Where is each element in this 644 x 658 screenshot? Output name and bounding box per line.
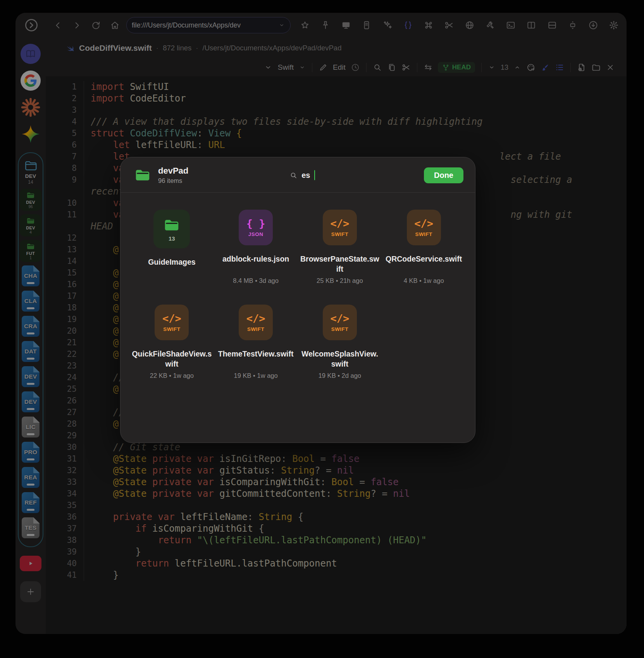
folder-item-count: 13 [169, 235, 175, 242]
file-name: WelcomeSplashView.swift [300, 349, 380, 369]
file-item[interactable]: </>SWIFTWelcomeSplashView.swift19 KB • 2… [298, 305, 382, 379]
swift-glyph-icon: </> [330, 218, 349, 229]
file-type-tag: SWIFT [163, 326, 181, 332]
file-name: GuideImages [148, 257, 195, 277]
modal-item-count: 96 items [158, 177, 188, 184]
file-name: adblock-rules.json [222, 254, 289, 274]
file-name: ThemeTestView.swift [218, 349, 294, 369]
file-name: BrowserPaneState.swift [300, 254, 380, 274]
file-meta: 8.4 MB • 3d ago [233, 277, 279, 284]
file-meta: 19 KB • 2d ago [319, 372, 361, 379]
swift-glyph-icon: </> [414, 218, 433, 229]
folder-icon [163, 216, 181, 234]
swift-glyph-icon: </> [246, 313, 265, 324]
file-name: QRCodeService.swift [386, 254, 462, 274]
file-browser-modal: devPad 96 items es Done 13GuideImages{ }… [120, 157, 475, 443]
swift-file-tile: </>SWIFT [323, 210, 357, 245]
modal-header: devPad 96 items es Done [121, 157, 475, 193]
file-meta: 19 KB • 1w ago [234, 372, 278, 379]
folder-icon [134, 166, 152, 184]
swift-file-tile: </>SWIFT [323, 305, 357, 340]
file-item[interactable]: </>SWIFTQRCodeService.swift4 KB • 1w ago [382, 210, 466, 284]
file-item[interactable]: </>SWIFTThemeTestView.swift19 KB • 1w ag… [214, 305, 298, 379]
json-file-tile: { }JSON [239, 210, 273, 245]
file-type-tag: SWIFT [331, 326, 349, 332]
modal-title: devPad [158, 166, 188, 176]
search-query[interactable]: es [301, 171, 310, 180]
file-type-tag: SWIFT [247, 326, 265, 332]
folder-tile: 13 [153, 210, 190, 248]
file-item[interactable]: </>SWIFTQuickFileShadeView.swift22 KB • … [130, 305, 214, 379]
file-item[interactable]: </>SWIFTBrowserPaneState.swift25 KB • 21… [298, 210, 382, 284]
swift-glyph-icon: </> [162, 313, 181, 324]
screen: file:///Users/jt/Documents/xApps/dev [0, 0, 644, 658]
swift-file-tile: </>SWIFT [239, 305, 273, 340]
file-meta: 25 KB • 21h ago [317, 277, 363, 284]
file-type-tag: JSON [248, 231, 263, 237]
app-window: file:///Users/jt/Documents/xApps/dev [15, 13, 627, 634]
text-caret [314, 170, 315, 180]
swift-file-tile: </>SWIFT [407, 210, 441, 245]
file-type-tag: SWIFT [331, 231, 349, 237]
file-meta: 22 KB • 1w ago [150, 372, 194, 379]
file-item[interactable]: { }JSONadblock-rules.json8.4 MB • 3d ago [214, 210, 298, 284]
file-meta: 4 KB • 1w ago [404, 277, 444, 284]
done-button[interactable]: Done [424, 167, 463, 183]
file-type-tag: SWIFT [415, 231, 432, 237]
file-item[interactable]: 13GuideImages [130, 210, 214, 284]
swift-glyph-icon: </> [330, 313, 349, 324]
search-icon [289, 171, 298, 179]
json-glyph-icon: { } [246, 218, 265, 229]
file-grid: 13GuideImages{ }JSONadblock-rules.json8.… [121, 193, 475, 379]
search-field[interactable]: es [289, 170, 315, 180]
swift-file-tile: </>SWIFT [155, 305, 189, 340]
file-name: QuickFileShadeView.swift [132, 349, 212, 369]
